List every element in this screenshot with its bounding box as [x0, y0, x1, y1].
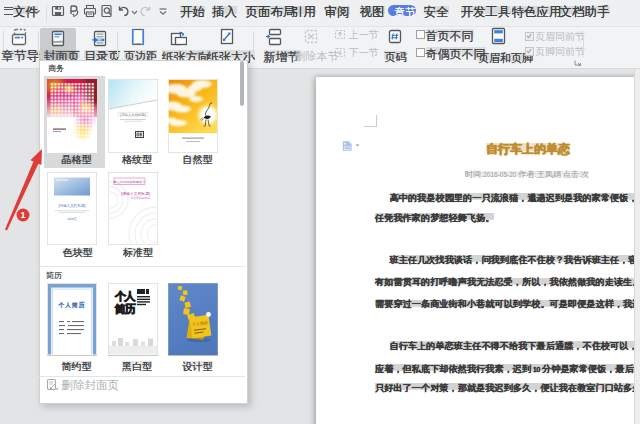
svg-text:[请输入文档标题]: [请输入文档标题]	[58, 203, 85, 208]
svg-text:单击此处添加标题文字: 单击此处添加标题文字	[113, 180, 146, 184]
svg-text:单击添加副标题: 单击添加副标题	[130, 196, 150, 200]
svg-text:[请输入文档标题]: [请输入文档标题]	[120, 111, 146, 116]
svg-text:人: 人	[123, 290, 136, 303]
svg-text:提纲页: 提纲页	[67, 217, 77, 221]
svg-text:个人简历: 个人简历	[58, 302, 85, 309]
svg-text:历: 历	[123, 303, 136, 315]
svg-text:1: 1	[20, 210, 25, 220]
